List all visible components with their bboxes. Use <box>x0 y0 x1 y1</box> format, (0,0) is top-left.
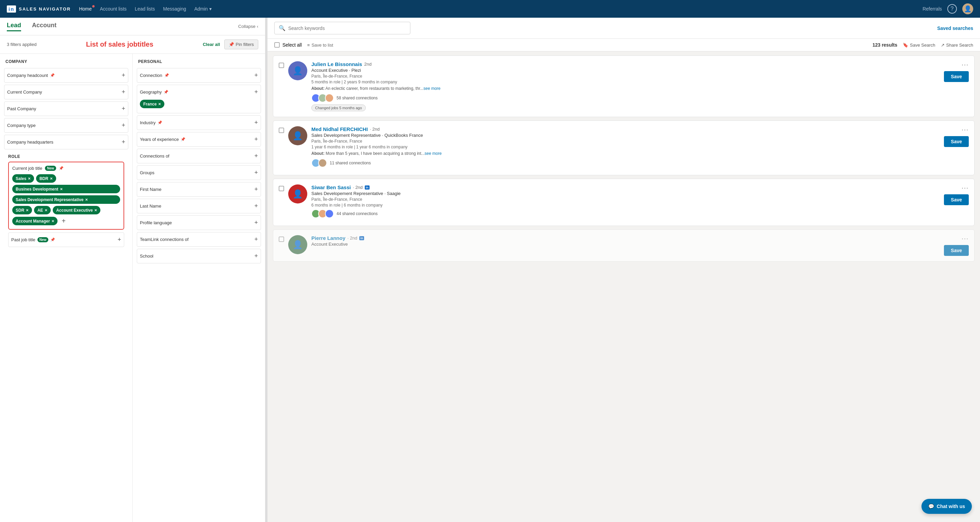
help-icon[interactable]: ? <box>947 4 957 14</box>
see-more-link-1[interactable]: see more <box>423 86 440 91</box>
remove-tag-sdr[interactable]: × <box>26 208 29 213</box>
add-icon: + <box>254 186 258 193</box>
select-all-cb[interactable] <box>274 42 280 48</box>
result-checkbox-3[interactable] <box>279 186 284 191</box>
nav-links: Home Account lists Lead lists Messaging … <box>79 6 914 11</box>
result-name-2[interactable]: Med Nidhal FERCHICHI <box>311 126 368 132</box>
more-options-button-1[interactable]: ··· <box>962 61 969 68</box>
result-name-3[interactable]: Siwar Ben Sassi <box>311 185 351 190</box>
nav-home[interactable]: Home <box>79 6 92 11</box>
tag-sdr-full[interactable]: Sales Development Representative × <box>12 195 120 204</box>
pin-filters-button[interactable]: 📌 Pin filters <box>224 40 258 49</box>
more-options-button-4[interactable]: ··· <box>962 235 969 242</box>
filter-first-name[interactable]: First Name + <box>137 182 261 197</box>
filter-profile-language[interactable]: Profile language + <box>137 215 261 230</box>
share-search-button[interactable]: ↗ Share Search <box>941 43 974 48</box>
result-location-3: Paris, Île-de-France, France <box>311 197 937 202</box>
result-checkbox-4[interactable] <box>279 237 284 242</box>
logo-text: SALES NAVIGATOR <box>19 6 71 11</box>
filter-last-name[interactable]: Last Name + <box>137 199 261 213</box>
save-button-1[interactable]: Save <box>944 71 969 82</box>
remove-tag-sdr-full[interactable]: × <box>85 197 88 202</box>
filter-connections-of[interactable]: Connections of + <box>137 149 261 163</box>
more-options-button-3[interactable]: ··· <box>962 185 969 192</box>
result-name-4[interactable]: Pierre Lannoy <box>311 235 345 241</box>
result-actions-2: ··· Save <box>944 126 969 147</box>
result-name-row-4: Pierre Lannoy · 2nd in <box>311 235 937 241</box>
tag-account-executive[interactable]: Account Executive × <box>53 206 100 214</box>
tag-bdr[interactable]: BDR × <box>36 174 56 183</box>
filter-school[interactable]: School + <box>137 249 261 263</box>
remove-tag-ae[interactable]: × <box>45 208 48 213</box>
see-more-link-2[interactable]: see more <box>425 151 442 156</box>
filter-company-headcount[interactable]: Company headcount 📌 + <box>4 68 128 83</box>
clear-all-button[interactable]: Clear all <box>203 42 220 47</box>
result-checkbox-1[interactable] <box>279 63 284 68</box>
save-search-button[interactable]: 🔖 Save Search <box>903 43 935 48</box>
tag-account-manager[interactable]: Account Manager × <box>12 217 57 225</box>
remove-tag-account-manager[interactable]: × <box>52 218 54 224</box>
save-button-2[interactable]: Save <box>944 136 969 147</box>
filter-industry[interactable]: Industry 📌 + <box>137 115 261 130</box>
result-info-4: Pierre Lannoy · 2nd in Account Executive <box>311 235 937 248</box>
save-button-4[interactable]: Save <box>944 245 969 256</box>
save-to-list-button[interactable]: ≡ Save to list <box>307 43 333 48</box>
collapse-icon: ‹ <box>257 24 258 29</box>
filter-company-hq[interactable]: Company headquarters + <box>4 135 128 150</box>
filter-company-type[interactable]: Company type + <box>4 118 128 133</box>
tag-ae[interactable]: AE × <box>34 206 51 214</box>
cjt-label: Current job title <box>12 166 42 171</box>
results-bar: Select all ≡ Save to list 123 results 🔖 … <box>267 39 980 51</box>
remove-tag-bdr[interactable]: × <box>50 176 53 181</box>
company-col-header: Company <box>4 59 128 64</box>
user-avatar[interactable]: 👤 <box>962 3 973 14</box>
nav-account-lists[interactable]: Account lists <box>100 6 127 11</box>
nav-messaging[interactable]: Messaging <box>163 6 186 11</box>
result-name-row-2: Med Nidhal FERCHICHI · 2nd <box>311 126 937 132</box>
saved-searches-link[interactable]: Saved searches <box>937 25 973 31</box>
filter-past-company[interactable]: Past Company + <box>4 102 128 116</box>
filter-geography[interactable]: Geography 📌 + France × <box>137 85 261 113</box>
nav-referrals-link[interactable]: Referrals <box>923 6 942 11</box>
more-options-button-2[interactable]: ··· <box>962 126 969 134</box>
add-tag-button[interactable]: + <box>60 216 68 226</box>
tab-lead[interactable]: Lead <box>7 22 21 31</box>
filter-past-job-title[interactable]: Past job title New 📌 + <box>8 232 124 247</box>
add-icon: + <box>254 169 258 176</box>
filter-connection[interactable]: Connection 📌 + <box>137 68 261 83</box>
save-button-3[interactable]: Save <box>944 194 969 205</box>
filter-current-company[interactable]: Current Company + <box>4 85 128 99</box>
add-geo-icon: + <box>254 89 258 95</box>
remove-france-tag[interactable]: × <box>158 102 161 107</box>
collapse-button[interactable]: Collapse ‹ <box>238 24 258 29</box>
result-title-4: Account Executive <box>311 242 937 247</box>
result-info-1: Julien Le Bissonnais 2nd Account Executi… <box>311 61 937 111</box>
tag-sdr[interactable]: SDR × <box>12 206 32 214</box>
nav-admin[interactable]: Admin ▾ <box>194 6 212 11</box>
result-name-row-1: Julien Le Bissonnais 2nd <box>311 61 937 67</box>
remove-tag-sales[interactable]: × <box>28 176 30 181</box>
tab-account[interactable]: Account <box>32 22 56 31</box>
tag-busines-development[interactable]: Busines Development × <box>12 185 120 193</box>
result-avatar-1: 👤 <box>288 61 307 80</box>
remove-tag-bd[interactable]: × <box>60 186 63 192</box>
result-checkbox-2[interactable] <box>279 127 284 133</box>
filter-years-experience[interactable]: Years of experience 📌 + <box>137 132 261 146</box>
result-name-1[interactable]: Julien Le Bissonnais <box>311 61 362 67</box>
filter-teamlink[interactable]: TeamLink connections of + <box>137 232 261 247</box>
add-icon: + <box>121 122 125 129</box>
left-panel: Lead Account Collapse ‹ 3 filters applie… <box>0 18 266 522</box>
degree-badge-1: 2nd <box>364 62 372 67</box>
nav-lead-lists[interactable]: Lead lists <box>135 6 155 11</box>
chat-button[interactable]: 💬 Chat with us <box>921 499 972 514</box>
select-all-checkbox[interactable]: Select all <box>274 42 302 48</box>
remove-tag-account-executive[interactable]: × <box>95 208 97 213</box>
tag-sales[interactable]: Sales × <box>12 174 34 183</box>
result-title-3: Sales Developement Representative · Saag… <box>311 191 937 196</box>
logo: in SALES NAVIGATOR <box>7 5 71 13</box>
search-input[interactable] <box>288 25 406 31</box>
pin-icon-geo: 📌 <box>164 90 169 94</box>
filter-groups[interactable]: Groups + <box>137 166 261 180</box>
result-tenure-1: 5 months in role | 2 years 9 months in c… <box>311 80 937 84</box>
tag-france[interactable]: France × <box>140 100 164 108</box>
